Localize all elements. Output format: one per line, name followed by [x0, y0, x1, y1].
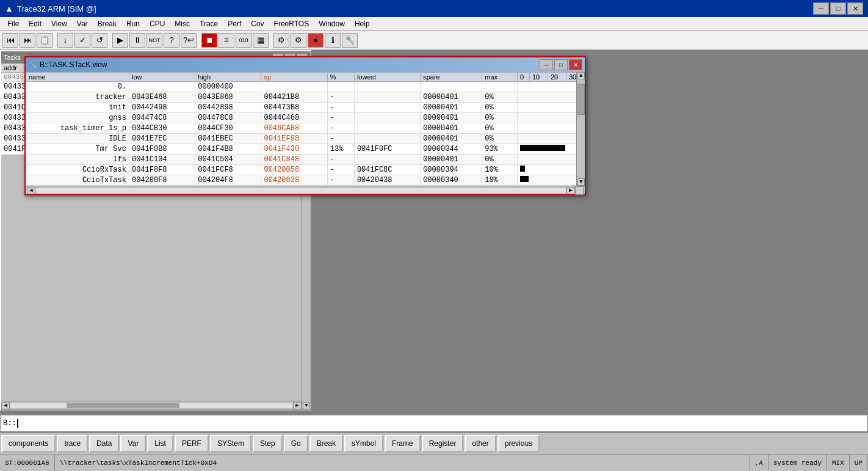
bar-tmrsvc — [520, 145, 565, 151]
bar-cciorx — [520, 166, 525, 172]
stack-close[interactable]: ✕ — [569, 59, 582, 70]
menu-cov[interactable]: Cov — [246, 18, 269, 29]
stack-title-text: B::TASK.STacK.view — [40, 60, 107, 69]
vscroll-down[interactable]: ▼ — [303, 402, 310, 409]
menu-edit[interactable]: Edit — [24, 18, 46, 29]
stack-hscroll-left[interactable]: ◀ — [27, 187, 35, 194]
btn-go[interactable]: Go — [284, 435, 308, 452]
table-row: CcioTxTask 004200F8 004204F8 00420638 - … — [26, 175, 585, 186]
input-area: B:: — [0, 415, 868, 432]
btn-previous[interactable]: previous — [497, 435, 540, 452]
bg-hscroll[interactable]: ◀ ▶ — [1, 401, 302, 409]
stack-table-wrapper: name low high sp % lowest spare max 0 10… — [26, 72, 585, 186]
close-button[interactable]: ✕ — [847, 2, 863, 15]
btn-frame[interactable]: Frame — [385, 435, 421, 452]
btn-components[interactable]: components — [1, 435, 56, 452]
stack-window: 🔧 B::TASK.STacK.view ─ □ ✕ name low — [24, 56, 586, 195]
app-wrapper: ▲ Trace32 ARM [SIM @] ─ □ ✕ File Edit Vi… — [0, 0, 868, 471]
menu-perf[interactable]: Perf — [223, 18, 246, 29]
btn-register[interactable]: Register — [422, 435, 464, 452]
th-10: 10 — [530, 73, 548, 82]
stack-vscroll-down[interactable]: ▼ — [577, 178, 585, 186]
tb-btn-pause[interactable]: ⏸ — [129, 33, 145, 48]
tb-btn-wrench[interactable]: 🔧 — [342, 33, 358, 48]
stack-tbody: 0. 00000400 tracker — [26, 82, 585, 186]
btn-trace[interactable]: trace — [57, 435, 88, 452]
menu-run[interactable]: Run — [121, 18, 145, 29]
table-row: 0. 00000400 — [26, 82, 585, 92]
btn-list[interactable]: List — [147, 435, 173, 452]
tb-btn-help[interactable]: ? — [164, 33, 179, 48]
menu-file[interactable]: File — [2, 18, 24, 29]
btn-data[interactable]: Data — [89, 435, 119, 452]
tb-btn-gear2[interactable]: ⚙ — [291, 33, 306, 48]
tb-btn-binary[interactable]: 010 — [236, 33, 251, 48]
hscroll-thumb[interactable] — [67, 403, 179, 408]
th-high: high — [195, 73, 261, 82]
menu-freertos[interactable]: FreeRTOS — [269, 18, 314, 29]
hscroll-right[interactable]: ▶ — [293, 402, 302, 409]
tb-btn-1[interactable]: ⏮ — [2, 33, 18, 48]
th-name: name — [26, 73, 129, 82]
tb-btn-not[interactable]: NOT — [146, 33, 162, 48]
btn-system[interactable]: SYStem — [210, 435, 251, 452]
menu-trace[interactable]: Trace — [195, 18, 223, 29]
menu-window[interactable]: Window — [314, 18, 350, 29]
stack-vscroll-thumb[interactable] — [577, 84, 585, 115]
stack-hscroll-right[interactable]: ▶ — [566, 187, 575, 194]
th-spare: spare — [421, 73, 482, 82]
menu-cpu[interactable]: CPU — [145, 18, 170, 29]
menu-misc[interactable]: Misc — [170, 18, 195, 29]
status-register: ,A — [750, 455, 769, 471]
bottom-bar: components trace Data Var List PERF SYSt… — [0, 432, 868, 454]
btn-symbol[interactable]: sYmbol — [344, 435, 383, 452]
btn-step[interactable]: Step — [253, 435, 283, 452]
btn-perf[interactable]: PERF — [175, 435, 209, 452]
tb-btn-refresh[interactable]: ↺ — [92, 33, 107, 48]
btn-break[interactable]: Break — [309, 435, 343, 452]
menu-help[interactable]: Help — [350, 18, 375, 29]
th-20: 20 — [548, 73, 566, 82]
stack-title-left: 🔧 B::TASK.STacK.view — [28, 60, 107, 69]
tb-btn-down[interactable]: ↓ — [57, 33, 73, 48]
stack-minimize[interactable]: ─ — [540, 59, 553, 70]
table-row: task_timer_1s_p 0044CB30 0044CF30 0046CA… — [26, 123, 585, 134]
tb-btn-play[interactable]: ▶ — [112, 33, 128, 48]
stack-vscroll[interactable]: ▲ ▼ — [576, 72, 585, 186]
tb-btn-3[interactable]: 📋 — [37, 33, 52, 48]
hscroll-left[interactable]: ◀ — [1, 402, 10, 409]
title-win-controls: ─ □ ✕ — [813, 2, 863, 15]
title-bar: ▲ Trace32 ARM [SIM @] ─ □ ✕ — [0, 0, 868, 17]
stack-hscroll-track[interactable] — [35, 188, 566, 194]
menu-break[interactable]: Break — [93, 18, 121, 29]
stack-vscroll-up[interactable]: ▲ — [577, 72, 585, 79]
tb-btn-gear1[interactable]: ⚙ — [273, 33, 289, 48]
menu-var[interactable]: Var — [72, 18, 93, 29]
tb-btn-mem[interactable]: ▦ — [253, 33, 269, 48]
tb-btn-help2[interactable]: ?↩ — [181, 33, 197, 48]
table-row: lfs 0041C104 0041C504 0041C848 - 0000040… — [26, 155, 585, 165]
stack-titlebar: 🔧 B::TASK.STacK.view ─ □ ✕ — [26, 57, 585, 72]
menu-view[interactable]: View — [46, 18, 72, 29]
bg-win-title: Tasks — [4, 54, 21, 61]
hscroll-track[interactable] — [10, 403, 293, 409]
btn-other[interactable]: other — [465, 435, 496, 452]
minimize-button[interactable]: ─ — [813, 2, 829, 15]
btn-var[interactable]: Var — [120, 435, 146, 452]
th-low: low — [129, 73, 195, 82]
stack-title-icon: 🔧 — [28, 60, 37, 69]
status-mix: MIX — [827, 455, 850, 471]
tb-btn-stop[interactable]: ⏹ — [201, 33, 217, 48]
table-row: gnss 004474C8 004478C8 0044C468 - 000004… — [26, 113, 585, 123]
tb-btn-check[interactable]: ✓ — [74, 33, 90, 48]
stack-table: name low high sp % lowest spare max 0 10… — [26, 72, 585, 186]
maximize-button[interactable]: □ — [830, 2, 846, 15]
tb-btn-info[interactable]: ℹ — [325, 33, 341, 48]
stack-hscroll[interactable]: ◀ ▶ — [26, 186, 585, 194]
status-path: \\tracker\tasks\xTaskIncrementTick+0xD4 — [55, 455, 750, 471]
stack-maximize[interactable]: □ — [554, 59, 568, 70]
tb-btn-red[interactable]: ● — [308, 33, 324, 48]
tb-btn-2[interactable]: ⏭ — [20, 33, 35, 48]
status-system-ready: system ready — [769, 455, 827, 471]
tb-btn-list[interactable]: ≡ — [219, 33, 234, 48]
